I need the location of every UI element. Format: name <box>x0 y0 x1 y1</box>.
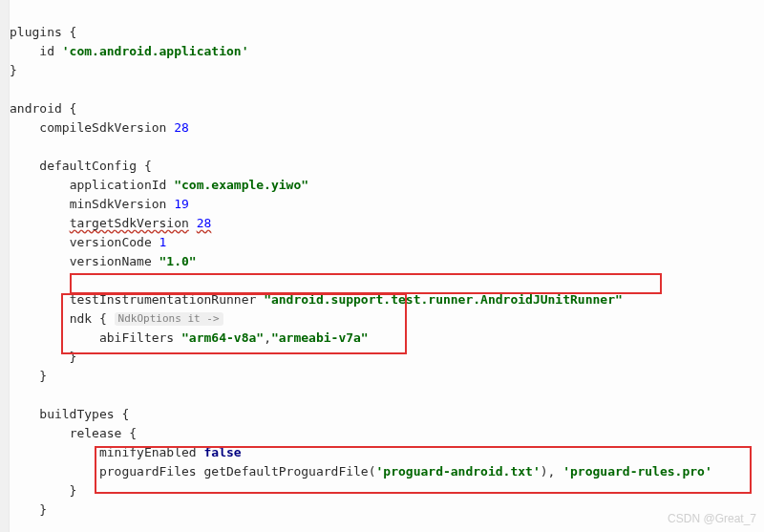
code-line: release { <box>10 426 137 440</box>
string: "android.support.test.runner.AndroidJUni… <box>264 292 623 307</box>
string: "com.example.yiwo" <box>174 178 308 192</box>
paren: ), <box>541 464 556 479</box>
keyword: compileSdkVersion <box>39 120 166 135</box>
blank-line <box>10 82 17 96</box>
code-line: versionName "1.0" <box>10 254 197 268</box>
code-line: compileSdkVersion 28 <box>10 120 189 135</box>
keyword: ndk <box>70 311 92 326</box>
code-line: minSdkVersion 19 <box>10 197 189 211</box>
string: 'com.android.application' <box>62 44 249 58</box>
keyword: release <box>70 426 122 440</box>
code-line: minifyEnabled false <box>10 445 242 459</box>
code-line: } <box>10 483 76 498</box>
keyword: applicationId <box>70 178 167 192</box>
code-line: testInstrumentationRunner "android.suppo… <box>10 292 623 307</box>
code-line: proguardFiles getDefaultProguardFile('pr… <box>10 464 712 479</box>
blank-line <box>10 139 17 154</box>
keyword: id <box>39 44 54 58</box>
number: 19 <box>174 197 189 211</box>
keyword-warning: targetSdkVersion <box>70 216 189 230</box>
code-line: } <box>10 502 47 517</box>
string: 'proguard-android.txt' <box>376 464 541 479</box>
watermark: CSDN @Great_7 <box>668 509 756 528</box>
number-warning: 28 <box>197 216 212 230</box>
string: 'proguard-rules.pro' <box>562 464 712 479</box>
code-line: } <box>10 369 47 383</box>
keyword: proguardFiles <box>99 464 197 479</box>
code-line: targetSdkVersion 28 <box>10 216 211 230</box>
keyword: buildTypes <box>39 407 114 421</box>
code-line: plugins { <box>10 25 76 39</box>
code-line: id 'com.android.application' <box>10 44 248 58</box>
string: "1.0" <box>159 254 197 268</box>
blank-line <box>10 273 17 287</box>
code-line: } <box>10 350 76 364</box>
keyword: testInstrumentationRunner <box>70 292 257 307</box>
code-area: plugins { id 'com.android.application' }… <box>10 4 760 520</box>
code-line: } <box>10 63 17 77</box>
boolean: false <box>204 445 242 459</box>
func-call: getDefaultProguardFile( <box>204 464 376 479</box>
keyword: minifyEnabled <box>99 445 197 459</box>
inlay-hint: NdkOptions it -> <box>115 312 223 326</box>
keyword: android <box>10 101 62 116</box>
code-line: versionCode 1 <box>10 235 166 249</box>
string: "armeabi-v7a" <box>271 330 369 345</box>
keyword: versionName <box>70 254 152 268</box>
code-line: abiFilters "arm64-v8a","armeabi-v7a" <box>10 330 369 345</box>
blank-line <box>10 388 17 402</box>
editor-gutter <box>0 0 10 532</box>
code-line: applicationId "com.example.yiwo" <box>10 178 308 192</box>
keyword: minSdkVersion <box>70 197 167 211</box>
keyword: abiFilters <box>99 330 174 345</box>
keyword: plugins <box>10 25 62 39</box>
keyword: versionCode <box>70 235 152 249</box>
number: 28 <box>174 120 189 135</box>
number: 1 <box>159 235 167 249</box>
code-line: defaultConfig { <box>10 159 152 173</box>
code-line: ndk { NdkOptions it -> <box>10 311 223 326</box>
comma: , <box>264 330 271 345</box>
string: "arm64-v8a" <box>181 330 264 345</box>
keyword: defaultConfig <box>39 159 137 173</box>
code-line: android { <box>10 101 76 116</box>
code-line: buildTypes { <box>10 407 129 421</box>
